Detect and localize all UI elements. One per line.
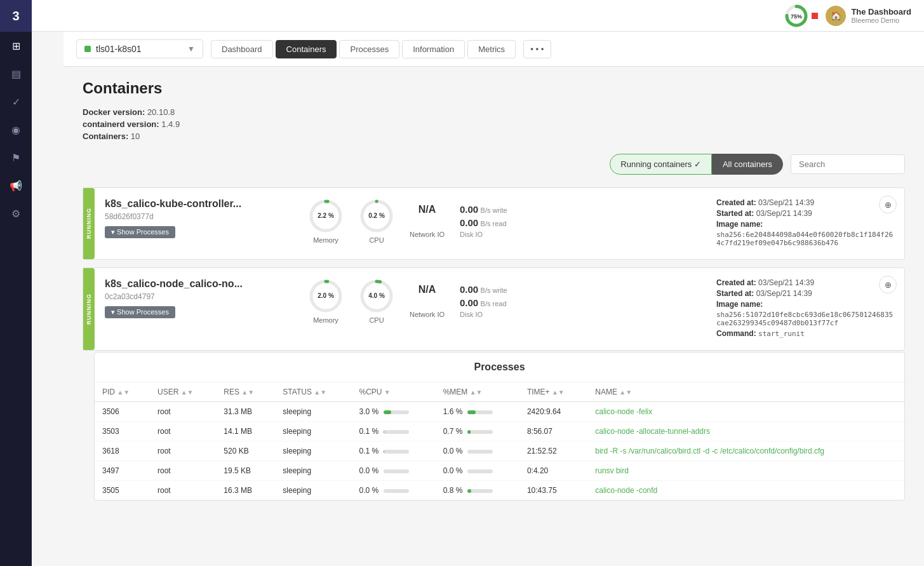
chevron-down-icon: ▼ [187, 44, 195, 53]
processes-title: Processes [95, 353, 904, 382]
col-cpu[interactable]: %CPU ▼ [351, 382, 435, 402]
time-cell: 2420:9.64 [519, 402, 587, 422]
user-cell: root [150, 461, 216, 481]
memory-value-1: 2.2 % [318, 212, 334, 220]
cpu-value-1: 0.2 % [368, 212, 385, 220]
cpu-cell: 0.1 % [351, 441, 435, 461]
server-status-dot [84, 46, 91, 52]
col-status[interactable]: STATUS ▲▼ [275, 382, 351, 402]
user-cell: root [150, 402, 216, 422]
mem-cell: 1.6 % [436, 402, 519, 422]
show-processes-btn-2[interactable]: ▾ Show Processes [105, 306, 175, 318]
container-id-2: 0c2a03cd4797 [105, 292, 295, 301]
mem-bar [467, 410, 493, 414]
time-cell: 10:43.75 [519, 481, 587, 501]
name-cell: calico-node -confd [587, 481, 904, 501]
server-name: tls01-k8s01 [96, 44, 142, 54]
sidebar-logo[interactable]: 3 [0, 0, 32, 32]
main-content: tls01-k8s01 ▼ Dashboard Containers Proce… [64, 32, 924, 566]
pid-cell: 3506 [95, 402, 150, 422]
memory-gauge-1: 2.2 % Memory [308, 198, 344, 244]
running-label-2: RUNNING [83, 268, 95, 350]
sidebar-icon-megaphone[interactable]: 📢 [0, 172, 32, 199]
col-res[interactable]: RES ▲▼ [216, 382, 275, 402]
col-name[interactable]: NAME ▲▼ [587, 382, 904, 402]
status-cell: sleeping [275, 402, 351, 422]
network-io-1: N/A Network IO [410, 204, 445, 238]
table-row: 3505 root 16.3 MB sleeping 0.0 % 0.8 % 1… [95, 481, 904, 501]
sidebar-icon-monitor[interactable]: ▤ [0, 60, 32, 88]
cpu-cell: 0.0 % [351, 461, 435, 481]
sidebar-icon-gear[interactable]: ⚙ [0, 199, 32, 227]
sidebar: 3 ⊞ ▤ ✓ ◉ ⚑ 📢 ⚙ [0, 0, 32, 566]
tab-processes[interactable]: Processes [339, 40, 399, 58]
sidebar-icon-grid[interactable]: ⊞ [0, 32, 32, 60]
running-label-1: RUNNING [83, 188, 95, 259]
command-label-2: Command: start_runit [716, 329, 894, 338]
containerd-version: containerd version: 1.4.9 [83, 119, 905, 129]
cpu-bar [384, 469, 409, 473]
process-name-link[interactable]: bird -R -s /var/run/calico/bird.ctl -d -… [595, 447, 824, 455]
cpu-bar [384, 410, 409, 414]
tab-containers[interactable]: Containers [276, 40, 337, 58]
res-cell: 16.3 MB [216, 481, 275, 501]
cpu-cell: 0.1 % [351, 422, 435, 441]
status-cell: sleeping [275, 461, 351, 481]
page-title: Containers [83, 79, 905, 97]
container-name-2: k8s_calico-node_calico-no... [105, 278, 295, 290]
disk-io-label-2: Disk IO [460, 311, 507, 318]
network-io-label-2: Network IO [410, 311, 445, 318]
network-io-2: N/A Network IO [410, 284, 445, 318]
col-mem[interactable]: %MEM ▲▼ [436, 382, 519, 402]
created-at-1: Created at: 03/Sep/21 14:39 [716, 198, 894, 207]
metrics-section-1: 2.2 % Memory 0.2 % CPU [308, 198, 704, 244]
logo-text: 3 [12, 9, 19, 24]
pid-cell: 3503 [95, 422, 150, 441]
process-name-link[interactable]: runsv bird [595, 466, 629, 475]
cpu-bar [384, 430, 409, 434]
container-card-2: RUNNING k8s_calico-node_calico-no... 0c2… [83, 267, 905, 351]
network-io-label-1: Network IO [410, 231, 445, 238]
process-name-link[interactable]: calico-node -allocate-tunnel-addrs [595, 427, 710, 436]
container-name-1: k8s_calico-kube-controller... [105, 198, 295, 210]
topbar-progress: 75% [785, 4, 818, 27]
running-containers-filter[interactable]: Running containers ✓ [610, 154, 712, 175]
sidebar-icon-check[interactable]: ✓ [0, 88, 32, 116]
mem-bar [467, 489, 493, 493]
col-user[interactable]: USER ▲▼ [150, 382, 216, 402]
memory-gauge-2: 2.0 % Memory [308, 278, 344, 324]
process-name-link[interactable]: calico-node -confd [595, 486, 657, 495]
disk-io-1: 0.00 B/s write 0.00 B/s read Disk IO [460, 204, 507, 238]
tab-metrics[interactable]: Metrics [467, 40, 516, 58]
cpu-gauge-svg-2: 4.0 % [359, 278, 394, 314]
user-sub: Bleemeo Demo [851, 17, 911, 24]
status-cell: sleeping [275, 481, 351, 501]
more-button[interactable]: • • • [523, 40, 551, 58]
res-cell: 19.5 KB [216, 461, 275, 481]
nav-tabs: Dashboard Containers Processes Informati… [211, 40, 516, 58]
metrics-section-2: 2.0 % Memory 4.0 % CPU [308, 278, 704, 324]
server-selector[interactable]: tls01-k8s01 ▼ [76, 39, 203, 58]
col-time[interactable]: TIME+ ▲▼ [519, 382, 587, 402]
sidebar-icon-globe[interactable]: ◉ [0, 116, 32, 144]
all-containers-filter[interactable]: All containers [712, 154, 783, 175]
search-input[interactable] [791, 154, 905, 174]
progress-circle: 75% [785, 4, 808, 27]
process-name-link[interactable]: calico-node -felix [595, 407, 652, 416]
tab-dashboard[interactable]: Dashboard [211, 40, 273, 58]
status-cell: sleeping [275, 422, 351, 441]
topbar: 75% 🏠 The Dashboard Bleemeo Demo [32, 0, 924, 32]
container-id-1: 58d626f0377d [105, 212, 295, 221]
disk-read-2: 0.00 B/s read [460, 297, 507, 308]
tab-information[interactable]: Information [402, 40, 465, 58]
cpu-gauge-1: 0.2 % CPU [359, 198, 394, 244]
col-pid[interactable]: PID ▲▼ [95, 382, 150, 402]
sidebar-icon-flag[interactable]: ⚑ [0, 144, 32, 172]
time-cell: 21:52.52 [519, 441, 587, 461]
user-name: The Dashboard [851, 7, 911, 17]
cpu-gauge-2: 4.0 % CPU [359, 278, 394, 324]
mem-cell: 0.0 % [436, 461, 519, 481]
zoom-icon-1[interactable]: ⊕ [879, 196, 897, 213]
show-processes-btn-1[interactable]: ▾ Show Processes [105, 226, 175, 238]
zoom-icon-2[interactable]: ⊕ [879, 276, 897, 293]
